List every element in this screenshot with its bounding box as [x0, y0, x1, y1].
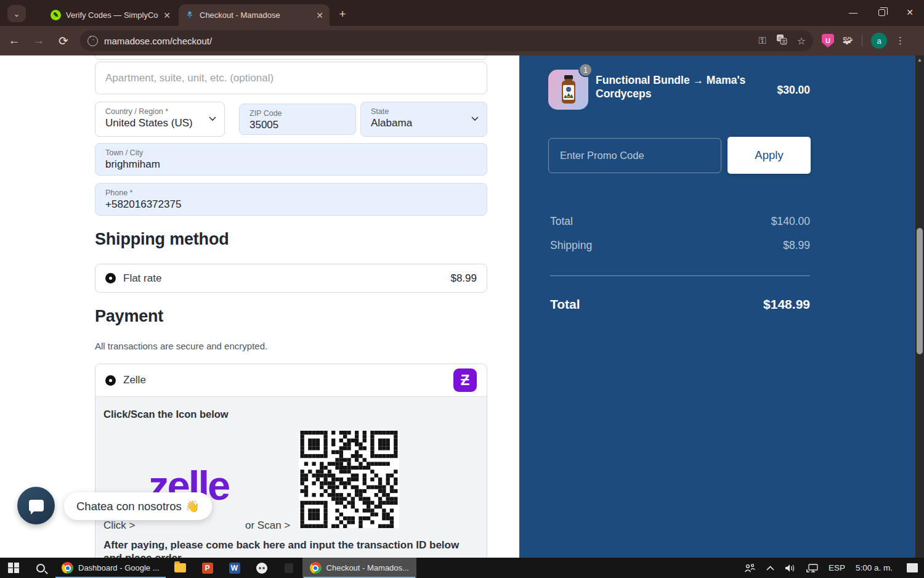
subtotal-row: Total $140.00: [550, 215, 810, 228]
site-info-icon[interactable]: [87, 36, 98, 46]
street-address-field-clipped[interactable]: [95, 55, 487, 60]
bookmark-star-icon[interactable]: ☆: [797, 35, 806, 47]
state-value: Alabama: [371, 117, 477, 129]
new-tab-button[interactable]: +: [334, 6, 351, 22]
extensions-puzzle-icon[interactable]: 🧩︎: [843, 35, 853, 47]
zelle-payment-box: Zelle Ƶ Click/Scan the Icon below zelle …: [95, 364, 487, 558]
waving-hand-icon: 👋: [185, 500, 200, 513]
after-payment-note: After paying, please come back here and …: [103, 539, 476, 558]
supplement-bottle-image: [558, 75, 579, 105]
phone-label: Phone *: [105, 189, 477, 197]
network-icon[interactable]: [806, 564, 818, 572]
app-circle-icon[interactable]: [248, 558, 275, 578]
clock[interactable]: 5:00 a. m.: [856, 563, 893, 572]
quantity-badge: 1: [578, 63, 593, 77]
password-key-icon[interactable]: ⚿: [758, 35, 766, 46]
screen: ⌄ ✎ Verify Codes — SimplyCodes ✕ Checkou…: [0, 0, 924, 578]
address-bar[interactable]: mamadose.com/checkout/ ⚿ G文 ☆: [80, 30, 813, 51]
tab-title: Verify Codes — SimplyCodes: [66, 10, 158, 20]
profile-avatar[interactable]: a: [871, 33, 887, 49]
zelle-instruction-title: Click/Scan the Icon below: [103, 409, 229, 420]
chat-launcher-button[interactable]: [17, 487, 55, 524]
country-select[interactable]: Country / Region * United States (US): [95, 102, 225, 137]
product-name: Functional Bundle → Mama's Cordyceps: [596, 74, 753, 101]
shipping-method-heading: Shipping method: [95, 230, 229, 249]
apartment-field[interactable]: [95, 62, 487, 94]
page-scrollbar[interactable]: ▲: [915, 55, 924, 558]
country-label: Country / Region *: [105, 107, 214, 116]
state-select[interactable]: State Alabama: [360, 102, 487, 137]
minimize-button[interactable]: —: [839, 0, 867, 25]
tab-simplycodes[interactable]: ✎ Verify Codes — SimplyCodes ✕: [44, 4, 177, 26]
scrollbar-up-arrow[interactable]: ▲: [915, 57, 924, 64]
subtotal-value: $140.00: [771, 215, 810, 228]
click-label: Click >: [103, 519, 135, 532]
product-price: $30.00: [777, 84, 810, 97]
city-value: brighmiham: [105, 158, 477, 171]
zelle-qr-code[interactable]: [299, 431, 399, 528]
taskbar-chrome-dashboard[interactable]: Dashboard - Google ...: [54, 558, 167, 578]
scan-label: or Scan >: [245, 519, 290, 532]
translate-icon[interactable]: G文: [776, 34, 787, 47]
back-button[interactable]: ←: [4, 30, 25, 51]
close-window-button[interactable]: ✕: [896, 0, 924, 25]
payment-heading: Payment: [95, 307, 163, 326]
file-explorer-icon[interactable]: [167, 558, 194, 578]
flat-rate-option[interactable]: Flat rate $8.99: [95, 264, 487, 293]
windows-taskbar: Dashboard - Google ... P W Checkout - Ma…: [0, 558, 924, 578]
forward-button[interactable]: →: [28, 30, 49, 51]
tab-search-button[interactable]: ⌄: [7, 5, 26, 22]
radio-selected-icon[interactable]: [105, 375, 116, 386]
task-title: Dashboard - Google ...: [78, 563, 160, 572]
browser-menu-icon[interactable]: ⋮: [896, 35, 905, 46]
shipping-row: Shipping $8.99: [550, 239, 810, 252]
taskbar-search-icon[interactable]: [27, 558, 54, 578]
people-icon[interactable]: [744, 564, 756, 572]
powerpoint-icon[interactable]: P: [194, 558, 221, 578]
toolbar-divider: [862, 35, 862, 46]
phone-field[interactable]: Phone * +582016372375: [95, 183, 487, 216]
tab-close-icon[interactable]: ✕: [316, 10, 323, 20]
taskbar-chrome-checkout[interactable]: Checkout - Mamados...: [302, 558, 416, 578]
zelle-option[interactable]: Zelle Ƶ: [95, 364, 487, 397]
grand-total-value: $148.99: [763, 297, 810, 312]
promo-code-input[interactable]: [548, 138, 721, 173]
tray-expand-chevron[interactable]: [766, 566, 774, 571]
volume-icon[interactable]: [785, 564, 796, 572]
state-label: State: [371, 107, 477, 116]
chevron-down-icon: [209, 116, 216, 123]
chat-greeting-text: Chatea con nosotros: [76, 500, 182, 513]
grand-total-row: Total $148.99: [550, 297, 810, 312]
restore-button[interactable]: [867, 0, 896, 25]
chrome-icon: [310, 562, 322, 574]
chrome-icon: [62, 562, 73, 574]
ublock-shield-icon[interactable]: U: [822, 34, 834, 47]
word-icon[interactable]: W: [221, 558, 248, 578]
radio-selected-icon[interactable]: [105, 273, 116, 283]
action-center-icon[interactable]: [907, 563, 918, 572]
tab-checkout[interactable]: Checkout - Mamadose ✕: [179, 4, 330, 26]
zelle-option-label: Zelle: [123, 374, 146, 386]
language-indicator[interactable]: ESP: [829, 563, 845, 572]
tab-close-icon[interactable]: ✕: [163, 10, 171, 20]
shipping-total-value: $8.99: [783, 239, 810, 252]
apply-promo-button[interactable]: Apply: [727, 137, 811, 174]
reload-button[interactable]: ⟳: [53, 30, 74, 51]
country-value: United States (US): [105, 117, 214, 129]
apartment-input[interactable]: [95, 62, 487, 94]
scrollbar-thumb[interactable]: [917, 228, 923, 354]
system-tray: ESP 5:00 a. m.: [744, 558, 924, 578]
mamadose-favicon: [185, 10, 195, 20]
city-field[interactable]: Town / City brighmiham: [95, 143, 487, 176]
order-summary-sidebar: 1 Functional Bundle → Mama's Cordyceps $…: [519, 55, 915, 558]
window-controls: — ✕: [839, 0, 924, 25]
start-button[interactable]: [0, 558, 27, 578]
zip-field[interactable]: ZIP Code 35005: [239, 104, 356, 135]
simplycodes-favicon: ✎: [51, 10, 61, 20]
chat-greeting-pill[interactable]: Chatea con nosotros 👋: [64, 492, 212, 520]
zip-label: ZIP Code: [249, 109, 346, 118]
grand-total-label: Total: [550, 297, 580, 312]
url-text[interactable]: mamadose.com/checkout/: [104, 36, 758, 46]
page-viewport: Country / Region * United States (US) ZI…: [0, 55, 924, 558]
app-dim-icon[interactable]: [275, 558, 302, 578]
